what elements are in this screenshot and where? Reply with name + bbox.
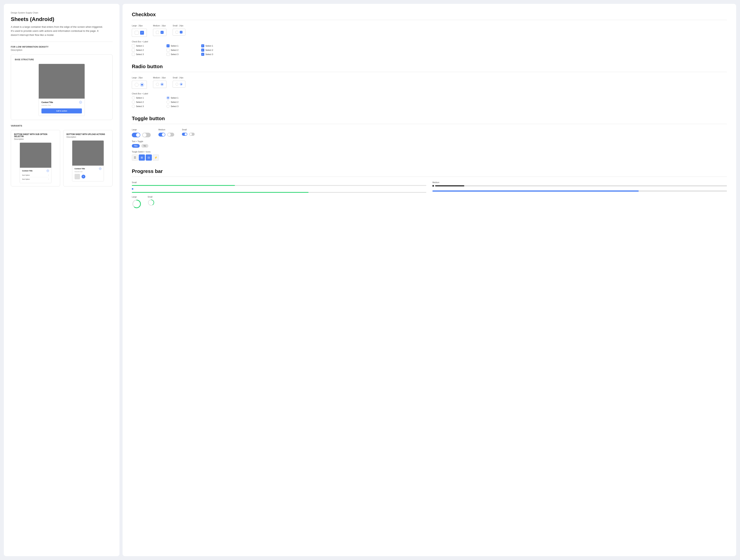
variant-option-1[interactable]: Sub Option › <box>22 173 49 177</box>
r-2-2[interactable] <box>167 101 170 104</box>
radio-medium-label: Medium - 16px <box>153 77 167 79</box>
cb-1-1[interactable] <box>132 44 135 47</box>
toggle-small-on[interactable] <box>182 133 187 136</box>
toggle-medium-on[interactable] <box>159 133 165 136</box>
progress-medium-fill-2 <box>433 191 639 192</box>
phone-sheet-subtext: Inductive Text <box>41 104 82 106</box>
variant-card-2: BOTTOM SHEET WITH UPLOAD ACTIONS Descrip… <box>63 130 112 187</box>
variant-2-screen <box>72 140 104 165</box>
phone-mockup-container: Context Title ✕ Inductive Text Call to a… <box>15 64 108 116</box>
circular-large-label: Large <box>132 196 142 198</box>
variants-label: VARIANTS <box>11 125 112 127</box>
variant-2-sheet: Context Title ✕ Inductive text + <box>72 165 104 181</box>
r-1-1[interactable] <box>132 96 135 99</box>
variant-1-phone: Context Title ✕ Sub Option › Sub Option … <box>20 142 52 183</box>
check-mark-small: ✓ <box>181 31 182 33</box>
checkbox-medium-label: Medium - 16px <box>153 25 167 27</box>
checkbox-title: Checkbox <box>132 12 727 17</box>
upload-add-icon[interactable]: + <box>82 175 85 179</box>
circular-large-svg <box>132 199 142 209</box>
variant-1-sheet-title: Context Title <box>22 170 32 172</box>
text-toggle-no[interactable]: No <box>141 144 149 148</box>
checkbox-label-section: Check Box + Label Select 1 Select 2 Sele… <box>132 41 727 56</box>
variant-option-2-label: Sub Option <box>22 178 30 180</box>
toggle-medium-off[interactable] <box>167 133 174 136</box>
cb-2-1[interactable]: ✓ <box>167 44 170 47</box>
text-toggle-yes[interactable]: Yes <box>132 144 140 148</box>
variant-option-2[interactable]: Sub Option › <box>22 177 49 181</box>
cb-3-1[interactable]: ✓ <box>201 44 204 47</box>
circular-small-svg <box>148 199 155 206</box>
cb-2-3[interactable] <box>167 53 170 56</box>
cb-3-3[interactable]: ✓ <box>201 53 204 56</box>
checkbox-small-checked[interactable]: ✓ <box>180 31 183 33</box>
toggle-section: Toggle button Large Medium Small <box>132 116 727 160</box>
progress-medium-track-2 <box>433 191 727 192</box>
cb-1-3[interactable] <box>132 53 135 56</box>
radio-medium-checked[interactable] <box>161 83 164 86</box>
checkmark-3-1: ✓ <box>202 45 203 47</box>
checkbox-large-unchecked[interactable] <box>135 31 138 35</box>
icon-toggle-lightning[interactable]: ⚡ <box>153 154 159 160</box>
variant-2-inductive: Inductive text <box>75 171 101 173</box>
radio-label-grid: Select 1 Select 2 Select 3 Selec <box>132 96 727 108</box>
toggle-small-off[interactable] <box>189 133 195 136</box>
text-toggle-label: Text + Toggle <box>132 140 727 142</box>
checkbox-medium-unchecked[interactable] <box>156 31 159 34</box>
r-label-2-1: Select 1 <box>171 97 178 99</box>
text-toggle-group: Text + Toggle Yes No <box>132 140 727 148</box>
r-1-2[interactable] <box>132 101 135 104</box>
radio-large-unchecked[interactable] <box>135 83 138 87</box>
icon-toggle-grid[interactable]: ⊞ <box>139 154 145 160</box>
cb-3-2[interactable]: ✓ <box>201 48 204 51</box>
r-1-3[interactable] <box>132 105 135 108</box>
text-toggle-pair: Yes No <box>132 144 727 148</box>
checkmark-3-3: ✓ <box>202 53 203 55</box>
variant-1-close-icon[interactable]: ✕ <box>47 170 49 172</box>
radio-small-unchecked[interactable] <box>176 83 178 86</box>
toggle-size-group: Large Medium Small <box>132 129 727 137</box>
variant-1-screen <box>20 143 51 168</box>
radio-large-demo <box>132 81 147 89</box>
toggle-large-on[interactable] <box>132 133 140 137</box>
r-label-1-3: Select 3 <box>136 105 144 107</box>
checkbox-section: Checkbox Large - 20px ✓ Medium - 16px <box>132 12 727 56</box>
r-label-1-1: Select 1 <box>136 97 144 99</box>
cb-label-1-1: Select 1 <box>136 45 144 47</box>
cb-label-1-2: Select 2 <box>136 49 144 51</box>
radio-2-3: Select 3 <box>167 105 201 108</box>
radio-large-checked[interactable] <box>140 83 144 87</box>
left-panel: Design System Supply Chain Sheets (Andro… <box>4 4 119 556</box>
right-panel: Checkbox Large - 20px ✓ Medium - 16px <box>122 4 736 556</box>
radio-medium-unchecked[interactable] <box>156 83 159 86</box>
progress-section: Progress bar Small Medium <box>132 168 727 209</box>
sheet-close-icon[interactable]: ✕ <box>79 101 82 104</box>
check-label-3-1: ✓ Select 1 <box>201 44 236 47</box>
cb-2-2[interactable] <box>167 48 170 51</box>
checkbox-medium-checked[interactable]: ✓ <box>161 31 164 34</box>
icon-toggle-table[interactable]: ⊟ <box>146 154 152 160</box>
radio-label-title: Check Box + Label <box>132 93 727 95</box>
variant-2-close-icon[interactable]: ✕ <box>99 167 101 170</box>
phone-screen-gray <box>39 64 85 99</box>
cb-1-2[interactable] <box>132 48 135 51</box>
variant-2-desc: Description <box>67 136 109 138</box>
checkbox-large-checked[interactable]: ✓ <box>140 31 144 35</box>
icon-toggle-label: Toogle Switch + Icons <box>132 151 727 153</box>
phone-bottom-sheet: Context Title ✕ Inductive Text Call to a… <box>39 99 85 116</box>
r-2-3[interactable] <box>167 105 170 108</box>
toggle-large-off[interactable] <box>142 133 151 137</box>
checkbox-small-unchecked[interactable] <box>176 31 178 33</box>
radio-col-1: Select 1 Select 2 Select 3 <box>132 96 167 108</box>
icon-toggle-pair: ☰ ⊞ ⊟ ⚡ <box>132 154 727 160</box>
radio-small-checked[interactable] <box>180 83 183 86</box>
phone-cta-button[interactable]: Call to action <box>41 108 82 113</box>
check-label-col-1: Select 1 Select 2 Select 3 <box>132 44 167 56</box>
icon-toggle-list[interactable]: ☰ <box>132 154 138 160</box>
progress-medium-track <box>435 185 727 187</box>
radio-medium-demo <box>153 81 167 88</box>
progress-small-fill-2 <box>132 192 308 193</box>
checkmark-2-1: ✓ <box>167 45 169 47</box>
r-2-1[interactable] <box>167 96 170 99</box>
radio-small-item: Small - 14px <box>173 77 185 89</box>
